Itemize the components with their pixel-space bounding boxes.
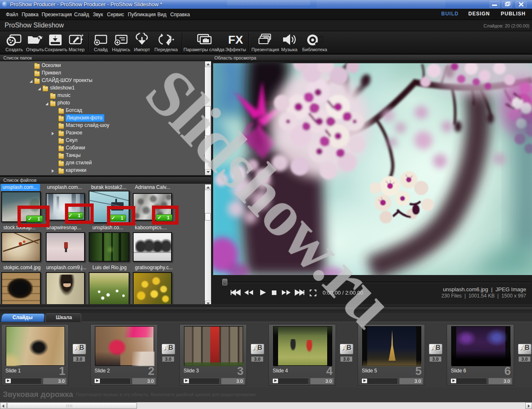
svg-text:FX: FX	[228, 33, 243, 46]
